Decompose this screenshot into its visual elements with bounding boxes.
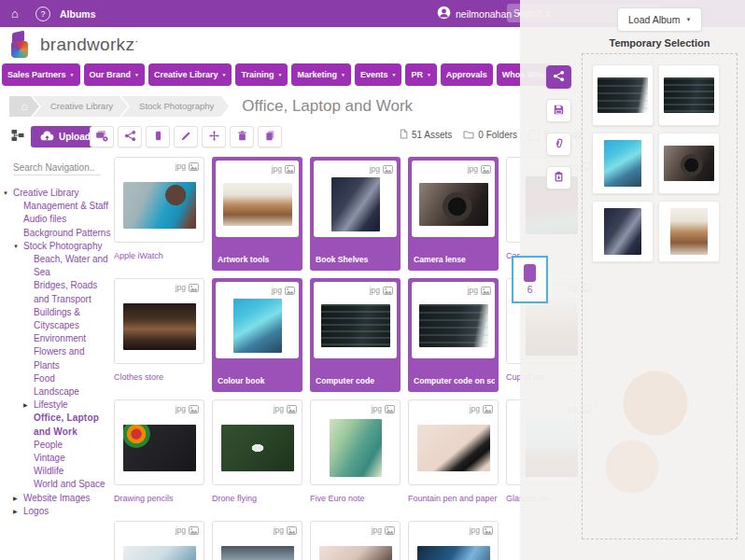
brand-logo[interactable]: brandworkz· [9, 31, 138, 60]
nav-item[interactable]: Training ▼ [235, 63, 288, 86]
asset-thumbnail[interactable] [221, 425, 294, 471]
clipboard-button[interactable] [546, 166, 571, 189]
asset-card[interactable]: jpg [114, 521, 204, 560]
nav-item[interactable]: PR ▼ [405, 63, 436, 86]
asset-meta: jpg [370, 163, 393, 174]
asset-card[interactable]: jpg Camera lense [408, 157, 499, 271]
asset-card[interactable]: jpg Computer code on screen [408, 278, 499, 392]
asset-card[interactable]: jpg Drawing pencils [114, 399, 204, 513]
brand-logo-mark: · [134, 35, 138, 48]
selected-asset-thumb[interactable] [658, 133, 720, 194]
asset-card[interactable]: jpg Clothes store [114, 278, 204, 392]
format-badge: jpg [176, 525, 186, 535]
asset-card[interactable]: jpg Artwork tools [212, 157, 302, 271]
sidebar-tree-item[interactable]: Office, Laptop and Work [0, 412, 112, 438]
sidebar-tree-item[interactable]: Vintage [0, 452, 112, 465]
sidebar-tree-item[interactable]: Audio files [0, 213, 112, 226]
asset-thumbnail[interactable] [419, 183, 488, 226]
asset-thumbnail[interactable] [123, 425, 196, 471]
asset-card[interactable]: jpg Apple iWatch [114, 157, 204, 271]
sidebar-tree-item[interactable]: Food [0, 372, 112, 385]
selected-asset-thumb[interactable] [592, 133, 654, 194]
asset-card[interactable]: jpg [408, 521, 499, 560]
sidebar-tree-item[interactable]: Flowers and Plants [0, 345, 112, 371]
tree-item-label: Environment [34, 333, 86, 343]
sidebar-tree-item[interactable]: Bridges, Roads and Transport [0, 279, 112, 305]
file-icon [400, 129, 408, 141]
nav-item[interactable]: Our Brand ▼ [84, 63, 145, 86]
nav-item[interactable]: Creative Library ▼ [148, 63, 232, 86]
selected-asset-image [664, 77, 714, 113]
asset-card[interactable]: jpg Fountain pen and paper [408, 399, 499, 513]
sidebar-tree-item[interactable]: Management & Staff [0, 200, 112, 213]
help-icon[interactable]: ? [35, 7, 50, 21]
sidebar-tree-item[interactable]: Buildings & Cityscapes [0, 306, 112, 332]
selected-asset-thumb[interactable] [658, 201, 720, 262]
tree-item-label: Management & Staff [23, 201, 108, 211]
sidebar-tree-item[interactable]: ▶Lifestyle [0, 399, 112, 412]
sidebar-search-input[interactable] [13, 161, 101, 175]
asset-card[interactable]: jpg Book Shelves [310, 157, 401, 271]
breadcrumb-item[interactable]: Stock Photography [121, 96, 229, 117]
asset-thumbnail[interactable] [233, 299, 282, 353]
link-button[interactable] [546, 133, 571, 156]
sidebar-tree-item[interactable]: ▼Creative Library [0, 187, 112, 200]
link-icon [553, 137, 565, 152]
asset-thumbnail[interactable] [419, 304, 488, 347]
asset-meta: jpg [372, 525, 395, 535]
asset-card[interactable]: jpg [212, 521, 302, 560]
asset-card[interactable]: jpg Five Euro note [310, 399, 401, 513]
move-button[interactable] [202, 126, 226, 147]
edit-button[interactable] [174, 126, 198, 147]
nav-item[interactable]: Marketing ▼ [291, 63, 350, 86]
asset-thumbnail[interactable] [319, 546, 392, 560]
selected-asset-thumb[interactable] [592, 201, 654, 262]
asset-thumbnail[interactable] [221, 546, 294, 560]
home-icon[interactable]: ⌂ [11, 6, 19, 21]
format-badge: jpg [272, 286, 282, 295]
asset-thumbnail[interactable] [417, 425, 490, 471]
upload-label: Upload [59, 132, 91, 142]
sidebar-tree-item[interactable]: Environment [0, 332, 112, 345]
basket-button[interactable] [146, 126, 170, 147]
sidebar-tree-item[interactable]: World and Space [0, 478, 112, 491]
asset-thumbnail[interactable] [223, 183, 292, 226]
nav-item[interactable]: Sales Partners ▼ [2, 63, 80, 86]
albums-menu[interactable]: Albums [60, 8, 96, 20]
selected-asset-thumb[interactable] [658, 64, 720, 126]
nav-item[interactable]: Events ▼ [355, 63, 401, 86]
asset-card[interactable]: jpg Colour book [212, 278, 302, 392]
share-button[interactable] [546, 65, 571, 89]
sidebar-tree-item[interactable]: Beach, Water and Sea [0, 253, 112, 279]
asset-thumbnail[interactable] [123, 303, 196, 350]
sidebar-tree-item[interactable]: Background Patterns [0, 227, 112, 240]
selection-dropzone[interactable] [582, 53, 738, 539]
share-button[interactable] [118, 126, 142, 147]
asset-title: Colour book [216, 376, 299, 388]
sidebar-tree-item[interactable]: ▶Logos [0, 505, 112, 518]
asset-thumbnail[interactable] [123, 182, 196, 229]
copy-button[interactable] [258, 126, 282, 147]
tree-view-toggle-icon[interactable] [11, 129, 24, 146]
collection-settings-button[interactable] [90, 126, 114, 147]
breadcrumb-home-icon[interactable]: ⌂ [9, 96, 39, 117]
asset-card[interactable]: jpg Computer code [310, 278, 401, 392]
asset-thumbnail[interactable] [321, 304, 390, 347]
selected-asset-thumb[interactable] [592, 64, 654, 126]
breadcrumb-item[interactable]: Creative Library [33, 96, 128, 117]
asset-thumbnail[interactable] [331, 177, 380, 231]
asset-thumbnail[interactable] [417, 546, 490, 560]
sidebar-tree-item[interactable]: ▼Stock Photography [0, 240, 112, 253]
load-album-button[interactable]: Load Album ▼ [617, 7, 702, 32]
sidebar-tree-item[interactable]: Landscape [0, 385, 112, 399]
sidebar-tree-item[interactable]: ▶Website Images [0, 492, 112, 505]
asset-thumbnail[interactable] [330, 419, 382, 477]
asset-card[interactable]: jpg [310, 521, 401, 560]
delete-button[interactable] [230, 126, 254, 147]
save-button[interactable] [546, 99, 571, 122]
nav-item[interactable]: Approvals ▼ [441, 63, 493, 86]
asset-card[interactable]: jpg Drone flying [212, 399, 302, 513]
asset-thumbnail[interactable] [123, 546, 196, 560]
sidebar-tree-item[interactable]: Wildlife [0, 465, 112, 478]
sidebar-tree-item[interactable]: People [0, 439, 112, 452]
